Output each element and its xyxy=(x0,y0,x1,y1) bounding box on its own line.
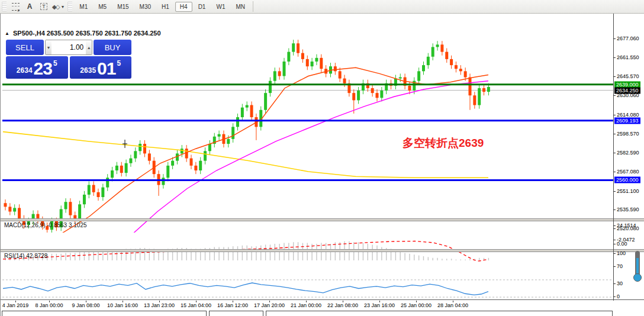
price-badge: 2639.000 xyxy=(614,81,640,88)
timeframe-button-d1[interactable]: D1 xyxy=(194,2,211,12)
price-axis-label: 2567.080 xyxy=(617,169,639,175)
rsi-label: RSI(14) 42.8728 xyxy=(4,253,47,259)
time-axis-label: 28 Jan 04:00 xyxy=(437,302,468,308)
bottom-panel-box xyxy=(2,311,207,316)
timeframe-button-m30[interactable]: M30 xyxy=(135,2,156,12)
bottom-panel-box xyxy=(209,311,263,316)
time-axis-label: 17 Jan 20:00 xyxy=(254,302,285,308)
price-axis-separator xyxy=(613,14,614,309)
price-axis-label: 2645.570 xyxy=(617,73,639,79)
price-badge: 2560.000 xyxy=(614,177,640,183)
price-axis-label: 2551.100 xyxy=(617,188,639,194)
indicator-axis-label: -2.0472 xyxy=(617,237,635,243)
chart-title: ▲ SP500-,H4 2635.500 2635.750 2631.750 2… xyxy=(5,30,161,37)
indicator-axis-label: 24.1514 xyxy=(617,223,636,228)
volume-decrease-button[interactable]: ▼ xyxy=(46,40,51,54)
sell-price-display[interactable]: 2634 23 5 xyxy=(6,56,68,79)
timeframe-button-m1[interactable]: M1 xyxy=(75,2,92,12)
trading-app-window: A T ◆◇ ▼ M1M5M15M30H1H4D1W1MN ▲ SP500-,H… xyxy=(0,0,644,316)
time-axis-label: 16 Jan 12:00 xyxy=(217,302,248,308)
bottom-panel-box xyxy=(266,311,613,316)
symbol-arrow-icon: ▲ xyxy=(5,31,9,36)
price-axis-label: 2661.550 xyxy=(617,54,639,60)
time-axis-label: 22 Jan 08:00 xyxy=(327,302,358,308)
toolbar-separator xyxy=(253,1,253,12)
timeframe-button-w1[interactable]: W1 xyxy=(211,2,230,12)
ohlc-values: 2635.500 2635.750 2631.750 2634.250 xyxy=(47,30,161,37)
time-axis-label: 13 Jan 23:00 xyxy=(144,302,175,308)
sell-price-pips: 23 xyxy=(34,60,52,77)
indicator-axis-label: 0.00 xyxy=(617,241,627,247)
timeframe-button-group: M1M5M15M30H1H4D1W1MN xyxy=(74,2,250,12)
timeframe-button-h1[interactable]: H1 xyxy=(157,2,174,12)
time-axis-label: 21 Jan 00:00 xyxy=(291,302,321,308)
buy-button[interactable]: BUY xyxy=(94,40,131,55)
chart-window: ▲ SP500-,H4 2635.500 2635.750 2631.750 2… xyxy=(0,14,644,316)
symbol-period-label: SP500-,H4 xyxy=(13,30,45,37)
text-label-button[interactable]: T xyxy=(37,1,50,12)
price-axis-label: 2598.570 xyxy=(617,131,639,137)
one-click-trade-panel: SELL ▼ ▲ BUY 2634 23 5 2635 01 5 xyxy=(6,40,131,79)
volume-input[interactable] xyxy=(51,40,86,54)
timeframe-button-mn[interactable]: MN xyxy=(231,2,250,12)
letter-t-icon: T xyxy=(40,3,47,10)
bottom-panel-edge xyxy=(1,309,644,316)
pane-splitter[interactable] xyxy=(1,249,644,252)
macd-label: MACD(12,26,9) -0.8563 3.1025 xyxy=(4,222,87,228)
time-axis-label: 8 Jan 00:00 xyxy=(35,302,63,308)
timeframe-button-m5[interactable]: M5 xyxy=(94,2,111,12)
price-axis-label: 2582.590 xyxy=(617,150,639,156)
time-axis: 4 Jan 20198 Jan 00:009 Jan 08:0010 Jan 1… xyxy=(1,301,644,309)
thermometer-icon xyxy=(633,251,642,283)
price-axis-label: 2630.060 xyxy=(617,92,639,98)
timeframe-button-m15[interactable]: M15 xyxy=(112,2,133,12)
price-axis-label: 2614.080 xyxy=(617,112,639,118)
pane-border xyxy=(1,299,644,300)
timeframe-button-h4[interactable]: H4 xyxy=(175,2,192,12)
fibonacci-tool-button[interactable] xyxy=(9,1,22,12)
volume-increase-button[interactable]: ▲ xyxy=(86,40,92,54)
text-annotation-button[interactable]: A xyxy=(23,1,36,12)
buy-price-integer: 2635 xyxy=(80,66,96,75)
sell-price-pipette: 5 xyxy=(53,59,57,67)
buy-price-pipette: 5 xyxy=(117,59,121,67)
time-axis-label: 9 Jan 08:00 xyxy=(72,302,99,308)
time-axis-label: 4 Jan 2019 xyxy=(2,302,29,308)
time-axis-label: 23 Jan 16:00 xyxy=(364,302,395,308)
shapes-icon: ◆◇ xyxy=(52,4,59,10)
time-axis-label: 25 Jan 00:00 xyxy=(401,302,432,308)
indicator-axis-label: 30 xyxy=(617,280,623,286)
letter-a-icon: A xyxy=(27,2,33,11)
shapes-tool-button[interactable]: ◆◇ ▼ xyxy=(51,1,65,12)
toolbar-grip[interactable] xyxy=(67,2,72,11)
indicator-axis-label: 70 xyxy=(617,263,623,269)
indicator-axis-label: 0 xyxy=(617,294,620,299)
pane-splitter[interactable] xyxy=(1,218,644,221)
volume-stepper: ▼ ▲ xyxy=(45,40,92,55)
time-axis-label: 10 Jan 16:00 xyxy=(107,302,138,308)
sell-price-integer: 2634 xyxy=(17,66,33,75)
chart-text-annotation: 多空转折点2639 xyxy=(402,136,484,151)
price-axis-label: 2677.060 xyxy=(617,36,639,41)
toolbar-grip[interactable] xyxy=(2,2,7,11)
chevron-down-icon: ▼ xyxy=(60,5,65,9)
buy-price-pips: 01 xyxy=(97,60,115,77)
price-axis-label: 2535.590 xyxy=(617,207,639,212)
price-badge: 2634.250 xyxy=(614,87,640,93)
price-axis-label: 2520.080 xyxy=(617,225,639,231)
top-toolbar: A T ◆◇ ▼ M1M5M15M30H1H4D1W1MN xyxy=(0,0,644,14)
sell-button[interactable]: SELL xyxy=(6,40,44,55)
fibonacci-icon xyxy=(12,3,20,11)
price-badge: 2609.193 xyxy=(614,117,640,124)
buy-price-display[interactable]: 2635 01 5 xyxy=(70,56,132,79)
time-axis-label: 15 Jan 04:00 xyxy=(181,302,211,308)
